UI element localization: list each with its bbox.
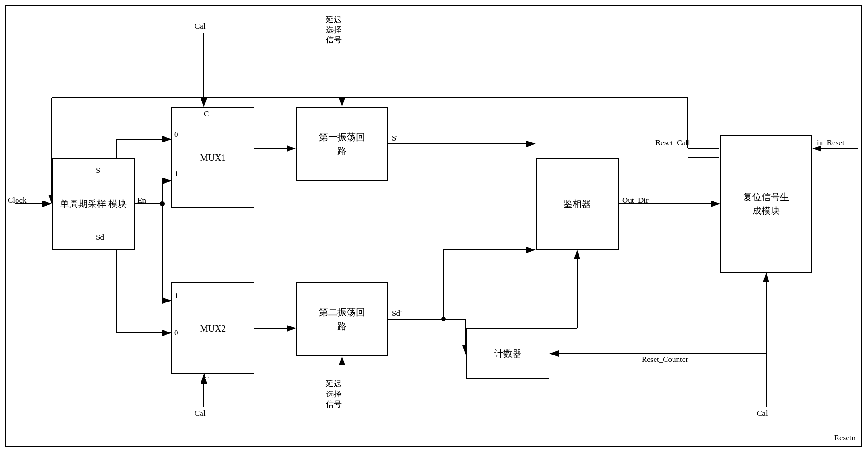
mux2-portC: C	[204, 371, 209, 380]
in-reset-label: in_Reset	[817, 138, 844, 148]
sd-prime-label: Sd'	[392, 309, 402, 318]
diagram: 单周期采样 模块 MUX1 MUX2 第一振荡回路 第二振荡回路 鉴相器 计数器…	[5, 5, 862, 447]
out-dir-label: Out_Dir	[622, 196, 649, 205]
cal-top-label: Cal	[195, 22, 206, 31]
counter-label: 计数器	[494, 347, 522, 360]
s-label: S	[96, 166, 100, 175]
osc1-label: 第一振荡回路	[319, 130, 365, 158]
resetn-label: Resetn	[834, 433, 856, 443]
mux1-port0: 0	[174, 130, 178, 139]
mux2-port0: 0	[174, 328, 178, 338]
mux1-label: MUX1	[200, 151, 226, 164]
mux2-label: MUX2	[200, 322, 226, 335]
single-cycle-block: 单周期采样 模块	[52, 158, 135, 250]
mux2-block: MUX2	[171, 282, 254, 374]
mux2-port1: 1	[174, 291, 178, 301]
s-prime-label: S'	[392, 134, 398, 143]
phase-det-block: 鉴相器	[536, 158, 619, 250]
single-cycle-label: 单周期采样 模块	[60, 197, 127, 211]
clock-label: Clock	[8, 196, 27, 205]
osc2-block: 第二振荡回路	[296, 282, 388, 356]
reset-call-label: Reset_Call	[655, 138, 690, 148]
osc1-block: 第一振荡回路	[296, 107, 388, 181]
cal-bottom-label: Cal	[195, 409, 206, 418]
mux1-portC: C	[204, 109, 209, 118]
delay-top-label: 延迟选择信号	[326, 15, 342, 45]
reset-gen-block: 复位信号生成模块	[720, 135, 812, 273]
reset-counter-label: Reset_Counter	[642, 355, 688, 364]
sd-label: Sd	[96, 233, 104, 242]
counter-block: 计数器	[466, 328, 549, 379]
phase-det-label: 鉴相器	[563, 197, 591, 210]
cal-reset-label: Cal	[757, 409, 768, 418]
mux1-port1: 1	[174, 169, 178, 178]
mux1-block: MUX1	[171, 107, 254, 208]
delay-bottom-label: 延迟选择信号	[326, 379, 342, 409]
svg-point-20	[441, 317, 446, 321]
osc2-label: 第二振荡回路	[319, 305, 365, 333]
en-label: En	[137, 196, 146, 205]
svg-point-7	[160, 201, 165, 206]
reset-gen-label: 复位信号生成模块	[743, 190, 789, 218]
